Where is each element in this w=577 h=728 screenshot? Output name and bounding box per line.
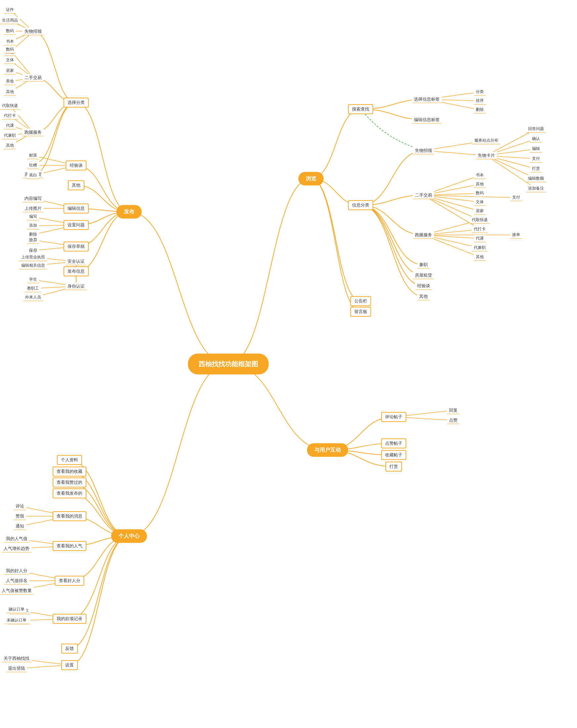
node-接单: 接单 — [510, 231, 522, 239]
node-通知: 通知 — [14, 522, 26, 530]
node-查看我的收藏: 查看我的收藏 — [53, 467, 86, 476]
node-退出登陆: 退出登陆 — [6, 665, 27, 672]
node-查看好人分: 查看好人分 — [55, 576, 84, 586]
node-反馈: 反馈 — [61, 644, 78, 654]
node-数码: 数码 — [4, 46, 16, 53]
node-编辑信息标签: 编辑信息标签 — [412, 116, 442, 124]
node-回答问题: 回答问题 — [526, 125, 546, 133]
node-失物卡片: 失物卡片 — [476, 152, 497, 159]
node-查看我的消息: 查看我的消息 — [53, 511, 86, 521]
node-二手交易: 二手交易 — [413, 191, 434, 199]
node-其他: 其他 — [68, 180, 84, 190]
node-代取快递: 代取快递 — [0, 102, 20, 109]
node-编辑数额: 编辑数额 — [526, 175, 546, 182]
node-跑腿服务: 跑腿服务 — [23, 129, 44, 136]
svg-line-48 — [423, 195, 480, 229]
node-数码: 数码 — [4, 27, 16, 35]
node-其他: 其他 — [4, 142, 16, 149]
node-选择分类: 选择分类 — [63, 98, 89, 107]
node-点赞: 点赞 — [447, 417, 460, 424]
node-添加备注: 添加备注 — [526, 185, 546, 192]
node-发布信息: 发布信息 — [63, 266, 89, 276]
node-内容编写: 内容编写 — [23, 195, 44, 203]
node-失物招领: 失物招领 — [413, 147, 434, 155]
node-编辑信息: 编辑信息 — [63, 204, 89, 213]
node-公告栏: 公告栏 — [350, 296, 371, 306]
node-教职工: 教职工 — [25, 285, 41, 292]
node-美妆: 美妆 — [4, 78, 16, 85]
node-外来人员: 外来人员 — [23, 294, 43, 301]
node-代课: 代课 — [474, 235, 486, 242]
node-其他: 其他 — [4, 88, 16, 96]
node-文体: 文体 — [4, 57, 16, 64]
node-支付: 支付 — [510, 194, 522, 201]
node-支付: 支付 — [530, 155, 542, 162]
node-设置问题: 设置问题 — [63, 220, 89, 230]
node-代取快递: 代取快递 — [470, 216, 490, 224]
node-排序: 排序 — [474, 97, 486, 105]
node-代兼职: 代兼职 — [2, 132, 18, 139]
node-生活用品: 生活用品 — [0, 17, 20, 24]
mindmap-container: 西柚找找功能框架图发布选择分类失物招领证件生活用品数码书本其他二手交易数码文体居… — [0, 0, 577, 728]
node-居家: 居家 — [4, 67, 16, 74]
node-发布: 发布 — [116, 205, 141, 219]
node-人气增长趋势: 人气增长趋势 — [2, 545, 31, 553]
node-分类: 分类 — [474, 88, 486, 96]
node-保存草稿: 保存草稿 — [63, 241, 89, 252]
node-数码: 数码 — [474, 190, 486, 197]
node-人气值排名: 人气值排名 — [4, 577, 29, 585]
node-经验谈: 经验谈 — [415, 282, 432, 290]
node-经验谈: 经验谈 — [66, 160, 87, 171]
node-设置: 设置 — [61, 660, 78, 670]
node-其他: 其他 — [417, 293, 430, 301]
node-编写: 编写 — [27, 213, 39, 220]
node-证件: 证件 — [4, 6, 16, 14]
node-我的款项记录: 我的款项记录 — [53, 614, 86, 624]
node-上传营业执照: 上传营业执照 — [19, 254, 47, 261]
node-评论: 评论 — [14, 503, 26, 510]
node-表白: 表白 — [27, 172, 39, 179]
svg-line-41 — [486, 156, 536, 189]
node-个人中心: 个人中心 — [111, 529, 147, 543]
node-代兼职: 代兼职 — [472, 244, 488, 252]
node-我的好人分: 我的好人分 — [4, 567, 29, 575]
node-二手交易: 二手交易 — [23, 74, 44, 82]
node-西柚找找功能框架图: 西柚找找功能框架图 — [188, 354, 269, 374]
node-确认订单: 确认订单 — [7, 606, 26, 613]
mindmap-lines — [0, 0, 577, 728]
node-编辑相关信息: 编辑相关信息 — [19, 262, 47, 269]
node-确认: 确认 — [530, 135, 542, 142]
node-保存: 保存 — [27, 247, 40, 255]
node-打赏: 打赏 — [386, 462, 402, 471]
node-放弃: 放弃 — [27, 236, 40, 244]
node-信息分类: 信息分类 — [348, 200, 373, 210]
node-收藏帖子: 收藏帖子 — [381, 450, 406, 460]
node-兼职: 兼职 — [417, 261, 430, 269]
svg-line-49 — [423, 195, 516, 198]
node-关于西柚找找: 关于西柚找找 — [2, 655, 31, 662]
node-我的人气值: 我的人气值 — [4, 535, 29, 543]
node-上传图片: 上传图片 — [23, 205, 44, 212]
node-书本: 书本 — [4, 38, 16, 45]
node-人气值被赞数量: 人气值被赞数量 — [0, 587, 34, 595]
node-代打卡: 代打卡 — [2, 112, 18, 120]
node-选择信息标签: 选择信息标签 — [412, 96, 442, 103]
node-文体: 文体 — [474, 199, 486, 206]
node-代课: 代课 — [4, 122, 16, 129]
node-房屋租赁: 房屋租赁 — [413, 272, 434, 279]
node-留言板: 留言板 — [350, 307, 371, 317]
node-吐槽: 吐槽 — [27, 162, 39, 169]
node-失物招领: 失物招领 — [23, 28, 44, 35]
node-查看我赞过的: 查看我赞过的 — [53, 477, 86, 488]
node-回复: 回复 — [447, 407, 460, 414]
node-删除: 删除 — [474, 106, 486, 113]
node-查看我发布的: 查看我发布的 — [53, 488, 86, 498]
node-其他: 其他 — [474, 254, 486, 261]
node-点赞帖子: 点赞帖子 — [381, 438, 406, 448]
node-个人资料: 个人资料 — [57, 455, 82, 465]
node-其他: 其他 — [474, 181, 486, 188]
node-打赏: 打赏 — [530, 165, 542, 173]
node-添加: 添加 — [27, 222, 39, 229]
node-未确认订单: 未确认订单 — [5, 617, 28, 624]
node-与用户互动: 与用户互动 — [307, 443, 348, 457]
